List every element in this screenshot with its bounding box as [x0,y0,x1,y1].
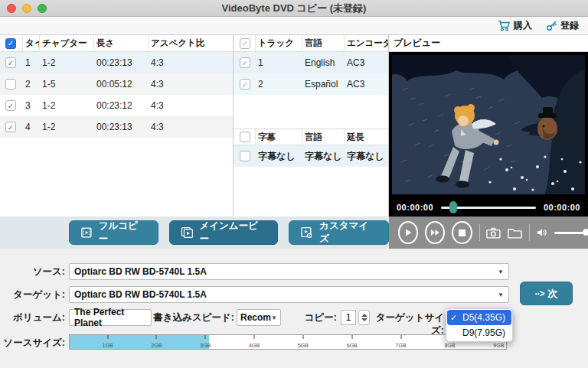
volume-label: ボリューム: [0,311,65,324]
track-id: 1 [256,57,302,68]
tick-mark [205,335,206,339]
volume-icon[interactable] [537,227,547,238]
title-length: 00:23:13 [94,122,149,132]
title-table: ✓ タイ チャプター 長さ アスペクト比 ✓ 1 1-2 00:23:13 4:… [0,35,234,217]
purchase-button[interactable]: 購入 [498,19,532,32]
row-checkbox[interactable]: ✓ [5,100,16,111]
row-checkbox[interactable] [240,151,250,161]
minimize-button[interactable] [22,4,31,13]
source-label: ソース: [0,265,65,278]
table-row[interactable]: ✓ 3 1-2 00:23:12 4:3 [0,95,233,116]
row-checkbox[interactable]: ✓ [5,122,16,132]
title-aspect: 4:3 [149,122,233,132]
title-chapter: 1-2 [40,100,94,111]
menu-item-label: D9(7.95G) [462,327,505,338]
customize-label: カスタマイズ [319,220,377,246]
menu-item-d9[interactable]: D9(7.95G) [447,325,511,340]
col-length[interactable]: 長さ [94,35,149,51]
register-label: 登録 [560,19,579,32]
volume-slider[interactable] [554,229,588,236]
chevron-down-icon: ▼ [498,269,504,275]
video-still [392,55,585,194]
tick-label: 9GB [493,343,504,348]
row-checkbox[interactable] [5,79,16,90]
title-aspect: 4:3 [149,100,233,111]
subtitle-name: 字幕なし [256,150,302,163]
col-track[interactable]: トラック [256,35,302,51]
preview-label: プレビュー [389,35,588,52]
table-row[interactable]: ✓ 4 1-2 00:23:13 4:3 [0,116,233,138]
tick-mark [400,335,401,339]
snapshot-camera-icon[interactable] [486,226,501,239]
table-row[interactable]: 2 1-5 00:05:12 4:3 [0,73,233,95]
tick-label: 2GB [151,343,162,348]
row-checkbox[interactable]: ✓ [240,57,250,68]
subtitle-table-header: 字幕 言語 延長 [234,129,388,145]
checkmark-icon: ✓ [450,313,459,323]
volume-input[interactable]: The Perfect Planet [69,309,152,326]
zoom-button[interactable] [38,4,47,13]
select-all-titles-checkbox[interactable]: ✓ [5,38,16,49]
select-all-tracks-checkbox[interactable]: ✓ [240,38,250,49]
stop-button[interactable] [452,221,472,244]
col-chapter[interactable]: チャプター [40,35,94,51]
source-select[interactable]: Optiarc BD RW BD-5740L 1.5A ▼ [69,263,509,280]
table-row[interactable]: ✓ 1 English AC3 [234,52,388,73]
burn-settings-form: ソース: Optiarc BD RW BD-5740L 1.5A ▼ ターゲット… [0,249,588,368]
table-row[interactable]: ✓ 1 1-2 00:23:13 4:3 [0,52,233,73]
full-copy-label: フルコピー [99,220,147,246]
col-subtitle-language[interactable]: 言語 [302,129,345,145]
col-track-language[interactable]: 言語 [302,35,345,51]
play-button[interactable] [398,221,418,244]
window-title: VideoByte DVD コピー (未登録) [222,2,367,15]
customize-button[interactable]: カスタマイズ [289,220,389,245]
spacer [234,95,388,129]
track-subtitle-pane: ✓ トラック 言語 エンコーダー ✓ 1 English AC3 ✓ 2 Esp… [234,35,389,217]
close-button[interactable] [7,4,16,13]
app-window: VideoByte DVD コピー (未登録) 購入 登録 ✓ タイ [0,0,588,368]
seek-slider[interactable] [441,201,536,213]
copy-mode-bar: フルコピー メインムービー カスタマイズ [0,217,389,249]
cart-icon [498,20,511,31]
select-all-subtitles-checkbox[interactable] [240,132,250,142]
track-encoder: AC3 [345,57,388,68]
subtitle-language: 字幕なし [302,150,345,163]
register-button[interactable]: 登録 [546,19,579,32]
title-chapter: 1-2 [40,57,94,68]
main-movie-button[interactable]: メインムービー [169,220,279,245]
row-checkbox[interactable]: ✓ [240,79,250,90]
col-subtitle[interactable]: 字幕 [256,129,302,145]
menu-item-d5[interactable]: ✓ D5(4.35G) [447,310,511,325]
video-frame[interactable] [389,52,588,197]
divider [479,224,480,241]
tick-mark [107,335,108,339]
row-checkbox[interactable]: ✓ [5,57,16,68]
tick-label: 5GB [298,343,309,348]
open-folder-icon[interactable] [508,226,522,239]
col-encoder[interactable]: エンコーダー [345,35,388,51]
col-aspect[interactable]: アスペクト比 [149,35,233,51]
main-movie-label: メインムービー [199,220,266,246]
seek-handle[interactable] [449,201,457,213]
player-controls [389,217,588,249]
copy-count-input[interactable]: 1 [341,310,356,325]
full-copy-button[interactable]: フルコピー [69,220,158,245]
toolbar: 購入 登録 [0,17,588,35]
title-id: 3 [23,100,40,111]
target-label: ターゲット: [0,288,65,301]
target-select[interactable]: Optiarc BD RW BD-5740L 1.5A ▼ [69,286,509,303]
col-extension[interactable]: 延長 [345,129,388,145]
subtitle-extension: 字幕なし [345,150,388,163]
track-language: English [302,57,345,68]
table-row[interactable]: ✓ 2 Español AC3 [234,73,388,95]
title-aspect: 4:3 [149,57,233,68]
col-title[interactable]: タイ [23,35,40,51]
tick-label: 1GB [103,343,113,348]
next-button[interactable]: ··> 次 [520,282,573,305]
write-speed-value: Recomme [240,312,271,323]
track-encoder: AC3 [345,79,388,90]
fast-forward-button[interactable] [425,221,445,244]
volume-knob[interactable] [583,229,588,236]
table-row[interactable]: 字幕なし 字幕なし 字幕なし [234,145,388,167]
target-size-menu: ✓ D5(4.35G) D9(7.95G) [446,308,513,342]
